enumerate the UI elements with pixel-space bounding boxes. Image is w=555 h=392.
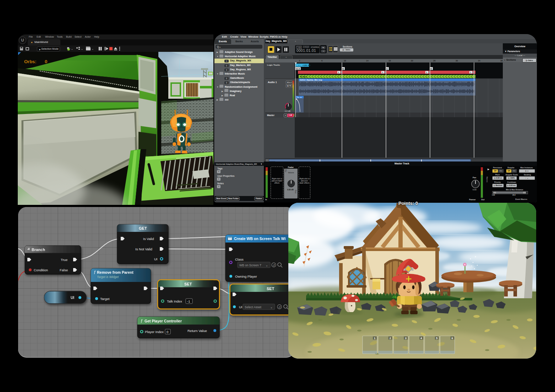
svg-text:UI: UI xyxy=(154,257,158,261)
svg-text:D: D xyxy=(430,68,432,70)
svg-text:5: 5 xyxy=(436,337,438,340)
svg-text:GET: GET xyxy=(139,226,147,230)
svg-text:4: 4 xyxy=(420,337,422,340)
svg-text:SET: SET xyxy=(267,287,274,291)
svg-text:⌄: ⌄ xyxy=(266,264,268,267)
svg-text:♩= ♩=120 4/4: ♩= ♩=120 4/4 xyxy=(296,64,311,66)
svg-text:Is Not Valid: Is Not Valid xyxy=(135,247,152,251)
svg-text:0: 0 xyxy=(167,330,168,334)
svg-text:B: B xyxy=(342,68,344,70)
svg-text:1: 1 xyxy=(374,337,376,340)
svg-text:Tre..re: Tre..re xyxy=(296,96,302,98)
svg-text:Select Asset: Select Asset xyxy=(245,305,261,309)
svg-text:⌄: ⌄ xyxy=(71,48,73,50)
svg-text:Class: Class xyxy=(235,257,244,261)
svg-text:1: 1 xyxy=(426,71,427,74)
svg-text:1: 1 xyxy=(338,71,339,74)
svg-text:2: 2 xyxy=(390,337,391,340)
svg-text:Target is Widget: Target is Widget xyxy=(97,275,119,279)
svg-text:⌄: ⌄ xyxy=(270,306,273,309)
svg-text:0: 0 xyxy=(45,59,47,64)
svg-text:↺: ↺ xyxy=(273,264,275,267)
svg-text:Talk Index: Talk Index xyxy=(167,299,182,303)
svg-text:ƒ: ƒ xyxy=(94,270,96,274)
svg-text:1: 1 xyxy=(382,71,383,74)
svg-text:-1: -1 xyxy=(187,299,190,303)
svg-text:Owning Player: Owning Player xyxy=(235,274,257,278)
svg-text:UI: UI xyxy=(239,305,243,309)
svg-text:Remove from Parent: Remove from Parent xyxy=(97,270,134,274)
svg-text:Is Valid: Is Valid xyxy=(143,237,154,241)
svg-text:True: True xyxy=(61,258,67,262)
svg-text:ƒ: ƒ xyxy=(141,319,143,323)
svg-text:Int A: Int A xyxy=(296,68,300,70)
svg-text:C: C xyxy=(386,68,388,70)
svg-text:SET: SET xyxy=(184,282,192,286)
svg-text:Player Index: Player Index xyxy=(145,330,164,334)
svg-text:Orbs:: Orbs: xyxy=(24,59,37,64)
svg-text:1: 1 xyxy=(470,71,471,74)
svg-text:To Intro: To Intro xyxy=(300,76,307,78)
svg-text:⌄: ⌄ xyxy=(81,48,83,50)
svg-text:Target: Target xyxy=(100,297,110,301)
svg-text:UI: UI xyxy=(71,296,74,300)
svg-text:Return Value: Return Value xyxy=(187,329,207,333)
svg-text:↺: ↺ xyxy=(278,306,281,309)
svg-text:fm01r2_Daytime_8bit_loop: fm01r2_Daytime_8bit_loop xyxy=(300,79,322,81)
svg-text:Create WB on Screen Talk Wi: Create WB on Screen Talk Wi xyxy=(234,236,286,241)
svg-text:6: 6 xyxy=(452,337,453,340)
svg-text:Branch: Branch xyxy=(32,247,45,252)
svg-text:False: False xyxy=(60,268,68,272)
svg-text:3: 3 xyxy=(405,337,407,340)
svg-text:WB on Screen T: WB on Screen T xyxy=(239,263,261,267)
svg-text:Get Player Controller: Get Player Controller xyxy=(145,319,182,323)
svg-text:⌄: ⌄ xyxy=(92,48,94,50)
svg-text:Condition: Condition xyxy=(34,268,48,272)
